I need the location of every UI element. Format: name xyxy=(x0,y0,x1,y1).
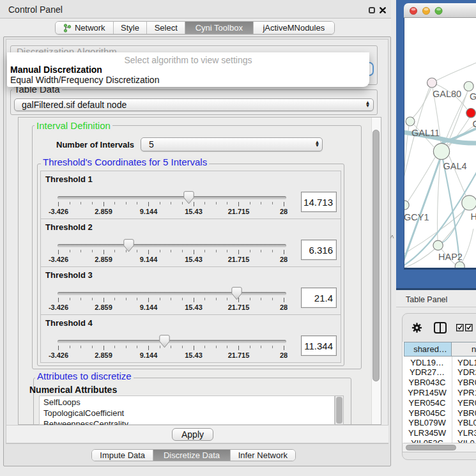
svg-text:H: H xyxy=(471,211,476,222)
svg-text:GAL80: GAL80 xyxy=(433,89,461,99)
svg-text:GAL4: GAL4 xyxy=(443,161,467,171)
svg-text:GAL11: GAL11 xyxy=(411,128,440,138)
svg-text:GA: GA xyxy=(470,91,476,102)
svg-text:HAP2: HAP2 xyxy=(438,252,463,262)
svg-text:GCY1: GCY1 xyxy=(404,212,429,222)
svg-text:CY: CY xyxy=(473,119,476,129)
